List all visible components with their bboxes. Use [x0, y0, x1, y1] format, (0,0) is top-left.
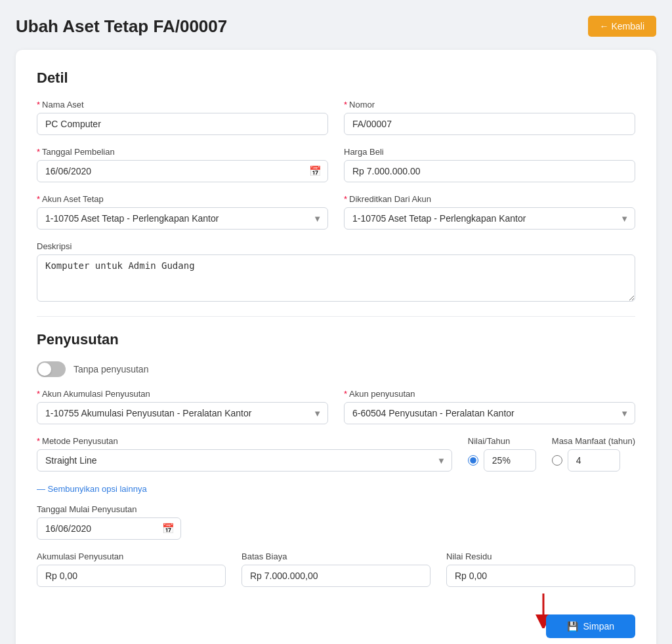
label-batas-biaya: Batas Biaya: [242, 552, 430, 561]
row-akumulasi-batas-nilai: Akumulasi Penyusutan Batas Biaya Nilai R…: [37, 552, 635, 587]
label-akun-penyusutan: * Akun penyusutan: [344, 389, 635, 399]
group-akun-penyusutan: * Akun penyusutan 6-60504 Penyusutan - P…: [344, 389, 635, 424]
group-nama-aset: * Nama Aset: [37, 100, 328, 135]
nilai-tahun-radio-group: [468, 449, 536, 472]
group-nilai-tahun: Nilai/Tahun: [468, 436, 536, 472]
input-akumulasi-penyusutan[interactable]: [37, 565, 226, 587]
label-nomor: * Nomor: [344, 100, 635, 110]
input-nilai-tahun[interactable]: [484, 449, 536, 472]
masa-manfaat-radio-group: [552, 449, 635, 472]
toggle-row: Tanpa penyusutan: [37, 361, 635, 377]
detil-section-title: Detil: [37, 70, 635, 87]
select-akun-akumulasi[interactable]: 1-10755 Akumulasi Penyusutan - Peralatan…: [37, 402, 328, 424]
row-nama-nomor: * Nama Aset * Nomor: [37, 100, 635, 135]
textarea-deskripsi[interactable]: [37, 254, 635, 302]
toggle-penyusutan[interactable]: [37, 361, 66, 377]
label-deskripsi: Deskripsi: [37, 241, 635, 251]
required-star-2: *: [344, 100, 347, 110]
row-deskripsi: Deskripsi: [37, 241, 635, 302]
select-metode-penyusutan[interactable]: Straight Line: [37, 449, 452, 472]
select-akun-aset-tetap[interactable]: 1-10705 Aset Tetap - Perlengkapan Kantor: [37, 207, 328, 230]
penyusutan-section-title: Penyusutan: [37, 331, 635, 348]
required-star-7: *: [344, 389, 347, 399]
group-akumulasi-penyusutan: Akumulasi Penyusutan: [37, 552, 226, 587]
kembali-button[interactable]: ← Kembali: [588, 16, 656, 37]
group-dikreditkan-dari-akun: * Dikreditkan Dari Akun 1-10705 Aset Tet…: [344, 194, 635, 230]
required-star-6: *: [37, 389, 40, 399]
metode-penyusutan-wrapper: Straight Line ▼: [37, 449, 452, 472]
label-nilai-residu: Nilai Residu: [446, 552, 635, 561]
input-nomor[interactable]: [344, 113, 635, 135]
input-nama-aset[interactable]: [37, 113, 328, 135]
label-nama-aset: * Nama Aset: [37, 100, 328, 110]
label-tanggal-pembelian: * Tanggal Pembelian: [37, 147, 328, 157]
group-harga-beli: Harga Beli: [344, 147, 635, 182]
select-dikreditkan-dari-akun[interactable]: 1-10705 Aset Tetap - Perlengkapan Kantor: [344, 207, 635, 230]
label-akun-aset-tetap: * Akun Aset Tetap: [37, 194, 328, 204]
radio-masa-manfaat[interactable]: [552, 455, 562, 466]
group-tanggal-pembelian: * Tanggal Pembelian 📅: [37, 147, 328, 182]
radio-nilai-tahun[interactable]: [468, 455, 478, 466]
group-metode-penyusutan: * Metode Penyusutan Straight Line ▼: [37, 436, 452, 472]
akun-aset-tetap-wrapper: 1-10705 Aset Tetap - Perlengkapan Kantor…: [37, 207, 328, 230]
label-masa-manfaat: Masa Manfaat (tahun): [552, 436, 635, 446]
group-akun-aset-tetap: * Akun Aset Tetap 1-10705 Aset Tetap - P…: [37, 194, 328, 230]
label-akumulasi-penyusutan: Akumulasi Penyusutan: [37, 552, 226, 561]
toggle-knob: [38, 363, 51, 376]
label-nilai-tahun: Nilai/Tahun: [468, 436, 536, 446]
section-divider: [37, 316, 635, 317]
group-tanggal-mulai: Tanggal Mulai Penyusutan 📅: [37, 504, 635, 540]
save-icon: 💾: [567, 621, 578, 632]
input-tanggal-mulai[interactable]: [37, 517, 181, 540]
hide-options-link[interactable]: — Sembunyikan opsi lainnya: [37, 484, 147, 494]
tanggal-mulai-wrapper: 📅: [37, 517, 181, 540]
row-tanggal-harga: * Tanggal Pembelian 📅 Harga Beli: [37, 147, 635, 182]
toggle-penyusutan-label: Tanpa penyusutan: [74, 364, 148, 374]
row-metode-nilai: * Metode Penyusutan Straight Line ▼ Nila…: [37, 436, 635, 472]
group-masa-manfaat: Masa Manfaat (tahun): [552, 436, 635, 472]
calendar-icon-2: 📅: [162, 523, 175, 534]
group-nilai-residu: Nilai Residu: [446, 552, 635, 587]
required-star-3: *: [37, 147, 40, 157]
akun-penyusutan-wrapper: 6-60504 Penyusutan - Peralatan Kantor ▼: [344, 402, 635, 424]
required-star-1: *: [37, 100, 40, 110]
required-star-4: *: [37, 194, 40, 204]
simpan-button[interactable]: 💾 Simpan: [546, 614, 635, 638]
page-header: Ubah Aset Tetap FA/00007 ← Kembali: [16, 16, 656, 37]
group-nomor: * Nomor: [344, 100, 635, 135]
input-batas-biaya[interactable]: [242, 565, 430, 587]
required-star-5: *: [344, 194, 347, 204]
page-title: Ubah Aset Tetap FA/00007: [16, 16, 227, 37]
input-harga-beli[interactable]: [344, 160, 635, 182]
calendar-icon: 📅: [309, 165, 322, 177]
label-metode-penyusutan: * Metode Penyusutan: [37, 436, 452, 446]
input-masa-manfaat[interactable]: [568, 449, 620, 472]
group-batas-biaya: Batas Biaya: [242, 552, 430, 587]
label-akun-akumulasi: * Akun Akumulasi Penyusutan: [37, 389, 328, 399]
group-deskripsi: Deskripsi: [37, 241, 635, 302]
required-star-8: *: [37, 436, 40, 446]
label-dikreditkan-dari-akun: * Dikreditkan Dari Akun: [344, 194, 635, 204]
dikreditkan-dari-akun-wrapper: 1-10705 Aset Tetap - Perlengkapan Kantor…: [344, 207, 635, 230]
input-nilai-residu[interactable]: [446, 565, 635, 587]
label-harga-beli: Harga Beli: [344, 147, 635, 157]
select-akun-penyusutan[interactable]: 6-60504 Penyusutan - Peralatan Kantor: [344, 402, 635, 424]
main-card: Detil * Nama Aset * Nomor * Tanggal Pemb…: [16, 50, 656, 644]
tanggal-pembelian-wrapper: 📅: [37, 160, 328, 182]
akun-akumulasi-wrapper: 1-10755 Akumulasi Penyusutan - Peralatan…: [37, 402, 328, 424]
action-row: 💾 Simpan: [37, 599, 635, 638]
label-tanggal-mulai: Tanggal Mulai Penyusutan: [37, 504, 635, 514]
group-akun-akumulasi: * Akun Akumulasi Penyusutan 1-10755 Akum…: [37, 389, 328, 424]
row-akumulasi-penyusutan: * Akun Akumulasi Penyusutan 1-10755 Akum…: [37, 389, 635, 424]
row-akun: * Akun Aset Tetap 1-10705 Aset Tetap - P…: [37, 194, 635, 230]
input-tanggal-pembelian[interactable]: [37, 160, 328, 182]
